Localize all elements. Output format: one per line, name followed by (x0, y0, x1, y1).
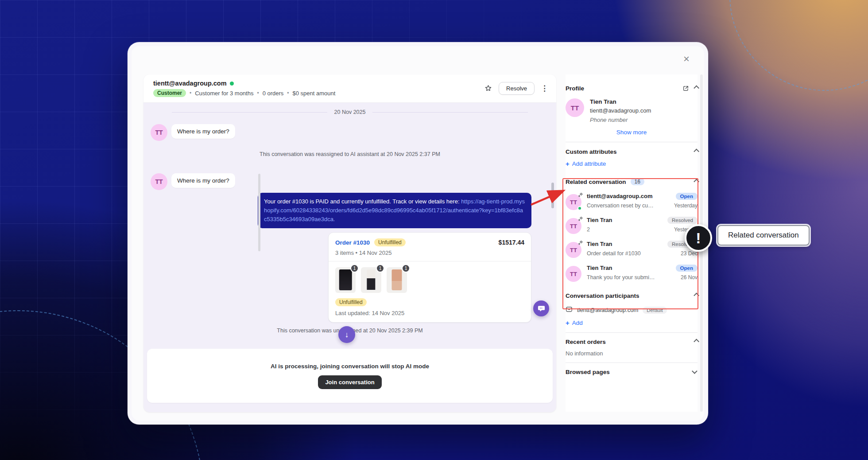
related-count-badge: 16 (631, 178, 644, 185)
customer-message: TT Where is my order? (151, 173, 235, 190)
chat-scrollbar[interactable] (551, 183, 554, 208)
no-information-label: No information (566, 350, 698, 357)
participants-header[interactable]: Conversation participants (566, 292, 698, 299)
exclamation-icon: ! (685, 224, 712, 252)
chevron-up-icon[interactable] (694, 292, 699, 298)
customer-email: tientt@avadagroup.com (153, 80, 227, 87)
annotation-tooltip: Related conversation (717, 225, 810, 246)
chevron-down-icon[interactable] (692, 368, 698, 374)
custom-attributes-title: Custom attributes (566, 148, 617, 155)
order-number-link[interactable]: Order #1030 (335, 239, 370, 246)
quantity-badge: 1 (402, 264, 410, 273)
divider (566, 363, 698, 363)
exclamation-glyph: ! (696, 230, 701, 246)
related-conversation-list: TT tientt@avadagroup.com Conversation re… (566, 190, 698, 285)
ai-sparkle-icon (578, 192, 583, 199)
customer-tenure: Customer for 3 months (195, 90, 253, 97)
ai-sparkle-icon (578, 240, 583, 247)
order-card: Order #1030 Unfulfilled $1517.44 3 items… (328, 232, 531, 323)
ai-processing-note: AI is processing, joining conversation w… (271, 363, 429, 370)
conversation-name: Tien Tran (587, 241, 612, 247)
ai-message-text: Your order #1030 is PAID and currently u… (264, 198, 461, 205)
related-conversation-item[interactable]: TT Tien Tran 2 Resolved Yesterday (566, 214, 698, 238)
external-link-icon[interactable] (682, 85, 689, 92)
profile-title: Profile (566, 85, 584, 92)
browsed-pages-header[interactable]: Browsed pages (566, 369, 698, 375)
message-thread: 20 Nov 2025 TT Where is my order? This c… (143, 103, 556, 412)
plus-icon: + (566, 319, 570, 327)
customer-summary: tientt@avadagroup.com Customer • Custome… (153, 80, 484, 97)
conversation-panel: tientt@avadagroup.com Customer • Custome… (143, 74, 556, 412)
status-badge: Open (676, 193, 698, 200)
ai-message-bubble: Your order #1030 is PAID and currently u… (258, 193, 531, 228)
star-icon[interactable] (484, 84, 492, 93)
browsed-pages-title: Browsed pages (566, 369, 610, 375)
chevron-up-icon[interactable] (694, 148, 699, 154)
close-icon[interactable]: × (680, 52, 693, 66)
chevron-up-icon[interactable] (694, 179, 699, 184)
desktop-background: × tientt@avadagroup.com Customer • Custo… (0, 0, 868, 460)
customer-sidebar: Profile TT Tien Tran tientt@avadagroup.c… (566, 74, 698, 412)
kebab-menu-icon[interactable]: ⋮ (541, 84, 548, 93)
conversation-preview: Conversation reset by custo... (587, 203, 655, 209)
product-thumbnail: 1 (387, 267, 407, 293)
add-attribute-button[interactable]: + Add attribute (566, 160, 606, 168)
custom-attributes-header[interactable]: Custom attributes (566, 148, 698, 155)
profile-phone-placeholder: Phone number (590, 117, 651, 123)
avatar: TT (566, 266, 581, 282)
default-badge: Default (643, 307, 666, 314)
order-status-badge: Unfulfilled (374, 238, 406, 246)
product-image (339, 269, 352, 290)
conversation-name: Tien Tran (587, 265, 612, 271)
down-arrow-icon: ↓ (345, 330, 349, 339)
conversation-name: tientt@avadagroup.com (587, 193, 652, 199)
join-conversation-panel: AI is processing, joining conversation w… (147, 349, 553, 403)
join-conversation-button[interactable]: Join conversation (318, 375, 381, 389)
add-attribute-label: Add attribute (572, 160, 606, 167)
chevron-up-icon[interactable] (694, 85, 699, 91)
add-participant-label: Add (572, 320, 583, 326)
related-conversation-item[interactable]: TT tientt@avadagroup.com Conversation re… (566, 190, 698, 214)
product-thumbnail: 1 (335, 267, 356, 293)
chevron-up-icon[interactable] (694, 339, 699, 344)
online-status-dot (230, 82, 234, 86)
add-participant-button[interactable]: + Add (566, 319, 583, 327)
product-image (367, 269, 375, 291)
message-bubble: Where is my order? (171, 124, 235, 139)
related-conversation-header[interactable]: Related conversation 16 (566, 178, 698, 185)
profile-card: TT Tien Tran tientt@avadagroup.com Phone… (566, 98, 698, 123)
customer-spent-amount: $0 spent amount (293, 90, 336, 97)
quantity-badge: 1 (376, 264, 384, 273)
resolve-button[interactable]: Resolve (499, 82, 535, 95)
ai-sparkle-icon (578, 216, 583, 223)
profile-section-header[interactable]: Profile (566, 85, 698, 92)
divider (566, 332, 698, 333)
related-conversation-title: Related conversation (566, 179, 626, 185)
avatar: TT (151, 124, 167, 141)
participant-email: tientt@avadagroup.com (577, 307, 638, 313)
conversation-preview: 2 (587, 226, 655, 233)
divider (566, 142, 698, 142)
avatar: TT (151, 173, 167, 190)
related-list-scrollbar[interactable] (258, 174, 260, 251)
dot-separator: • (257, 90, 259, 96)
dot-separator: • (190, 90, 191, 96)
message-bubble: Where is my order? (171, 173, 235, 188)
conversation-preview: Order detail for #1030 (587, 250, 655, 257)
scroll-to-bottom-button[interactable]: ↓ (338, 326, 355, 343)
mail-icon (566, 306, 573, 314)
conversation-time: 26 Nov (681, 274, 698, 281)
date-label: 20 Nov 2025 (334, 109, 366, 115)
participants-title: Conversation participants (566, 292, 639, 299)
chat-widget-icon[interactable] (533, 300, 549, 316)
customer-badge: Customer (153, 89, 186, 97)
customer-message: TT Where is my order? (151, 124, 235, 141)
related-conversation-item[interactable]: TT Tien Tran Order detail for #1030 Reso… (566, 238, 698, 261)
status-badge: Resolved (667, 217, 698, 224)
related-conversation-item[interactable]: TT Tien Tran Thank you for your submissi… (566, 261, 698, 285)
conversation-preview: Thank you for your submission. ... (587, 274, 655, 281)
order-summary: 3 items • 14 Nov 2025 (335, 249, 524, 256)
recent-orders-header[interactable]: Recent orders (566, 339, 698, 345)
fulfillment-badge: Unfulfilled (335, 298, 367, 306)
show-more-link[interactable]: Show more (616, 129, 647, 136)
